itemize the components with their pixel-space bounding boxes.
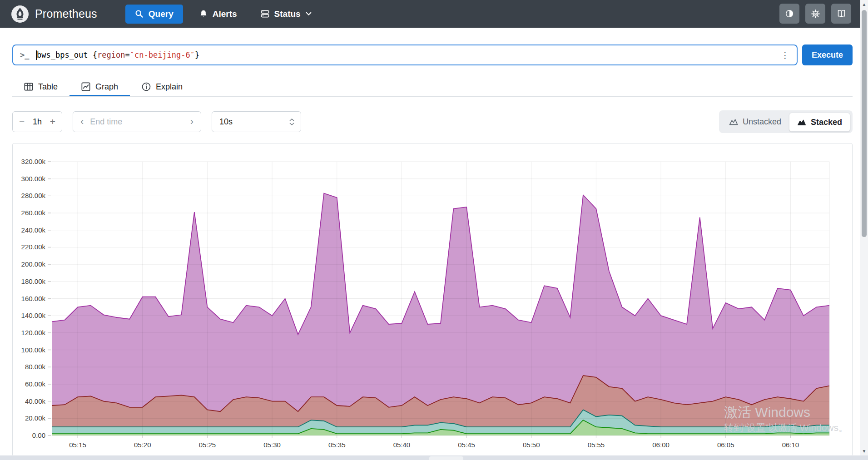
nav-alerts-link[interactable]: Alerts xyxy=(199,9,237,19)
svg-text:60.00k: 60.00k xyxy=(25,380,46,388)
nav-alerts-label: Alerts xyxy=(213,9,237,19)
stacked-button[interactable]: Stacked xyxy=(789,113,850,132)
brand-title: Prometheus xyxy=(35,7,97,20)
range-selector: − 1h + xyxy=(12,111,62,132)
stacked-chart-icon xyxy=(797,119,806,126)
range-increase-button[interactable]: + xyxy=(50,116,55,127)
unstacked-label: Unstacked xyxy=(743,117,781,127)
svg-text:320.00k: 320.00k xyxy=(21,158,46,165)
scroll-down-icon[interactable]: ▼ xyxy=(860,449,868,454)
range-value[interactable]: 1h xyxy=(33,117,42,127)
graph-icon xyxy=(81,82,90,91)
stepper-up-icon xyxy=(289,119,294,121)
svg-text:300.00k: 300.00k xyxy=(21,175,46,183)
tab-explain[interactable]: Explain xyxy=(130,77,194,96)
nav-query-button[interactable]: Query xyxy=(125,5,183,24)
theme-toggle-button[interactable] xyxy=(779,4,799,24)
prometheus-logo-icon xyxy=(11,5,29,23)
scroll-up-icon[interactable]: ▲ xyxy=(860,2,868,7)
nav-status-label: Status xyxy=(274,9,301,19)
settings-button[interactable] xyxy=(805,4,825,24)
svg-text:20.00k: 20.00k xyxy=(25,414,46,422)
promql-expression-text: bws_bps_out {region=″cn-beijing-6″} xyxy=(37,50,199,59)
time-forward-button[interactable]: › xyxy=(190,117,193,127)
svg-text:100.00k: 100.00k xyxy=(21,346,46,354)
tab-explain-label: Explain xyxy=(156,82,183,92)
taskbar-edge-highlight xyxy=(429,456,463,460)
svg-text:140.00k: 140.00k xyxy=(21,312,46,319)
info-circle-icon xyxy=(142,82,151,91)
resolution-value: 10s xyxy=(219,117,233,127)
scrollbar-thumb[interactable] xyxy=(862,10,867,237)
svg-text:160.00k: 160.00k xyxy=(21,295,46,302)
table-icon xyxy=(24,82,33,91)
svg-text:0.00: 0.00 xyxy=(32,431,45,439)
end-time-picker[interactable]: ‹ End time › xyxy=(73,111,201,132)
svg-text:05:25: 05:25 xyxy=(199,441,216,449)
svg-text:40.00k: 40.00k xyxy=(25,397,46,405)
navbar-right-actions xyxy=(779,4,851,24)
resolution-input[interactable]: 10s xyxy=(212,111,301,132)
svg-text:200.00k: 200.00k xyxy=(21,260,46,268)
docs-button[interactable] xyxy=(831,4,851,24)
svg-text:80.00k: 80.00k xyxy=(25,363,46,371)
svg-text:05:45: 05:45 xyxy=(458,441,475,449)
circle-half-icon xyxy=(784,9,794,19)
taskbar-edge xyxy=(0,455,868,460)
bell-icon xyxy=(199,10,208,18)
svg-text:05:20: 05:20 xyxy=(134,441,151,449)
chevron-down-icon xyxy=(306,12,312,16)
tab-graph-label: Graph xyxy=(95,82,118,92)
graph-panel: 0.0020.00k40.00k60.00k80.00k100.00k120.0… xyxy=(12,143,853,456)
stacked-label: Stacked xyxy=(811,118,842,127)
promql-expression-input[interactable]: >_ bws_bps_out {region=″cn-beijing-6″} ⋮ xyxy=(12,45,798,65)
unstacked-chart-icon xyxy=(729,118,738,126)
execute-button[interactable]: Execute xyxy=(802,45,853,65)
svg-text:06:05: 06:05 xyxy=(717,441,734,449)
svg-text:05:55: 05:55 xyxy=(588,441,605,449)
vertical-scrollbar[interactable]: ▲ ▼ xyxy=(860,0,868,455)
nav-status-dropdown[interactable]: Status xyxy=(261,9,312,19)
result-tabs: Table Graph Explain xyxy=(12,77,853,97)
tab-table-label: Table xyxy=(38,82,58,92)
unstacked-button[interactable]: Unstacked xyxy=(721,113,789,131)
svg-text:220.00k: 220.00k xyxy=(21,243,46,251)
query-row: >_ bws_bps_out {region=″cn-beijing-6″} ⋮… xyxy=(12,45,853,65)
svg-text:180.00k: 180.00k xyxy=(21,277,46,285)
svg-text:06:00: 06:00 xyxy=(652,441,670,449)
svg-text:05:15: 05:15 xyxy=(69,441,86,449)
time-back-button[interactable]: ‹ xyxy=(80,117,84,127)
svg-text:05:40: 05:40 xyxy=(393,441,411,449)
svg-text:260.00k: 260.00k xyxy=(21,209,46,217)
graph-controls: − 1h + ‹ End time › 10s Unstacked Stacke… xyxy=(12,110,853,133)
stepper-down-icon xyxy=(289,123,294,125)
range-decrease-button[interactable]: − xyxy=(19,116,25,127)
stacked-area-chart[interactable]: 0.0020.00k40.00k60.00k80.00k100.00k120.0… xyxy=(13,143,852,456)
nav-query-label: Query xyxy=(149,9,174,19)
navbar: Prometheus Query Alerts Status xyxy=(0,0,868,28)
tab-table[interactable]: Table xyxy=(12,77,69,96)
svg-text:280.00k: 280.00k xyxy=(21,192,46,199)
book-icon xyxy=(836,9,847,19)
svg-text:240.00k: 240.00k xyxy=(21,226,46,234)
prompt-icon: >_ xyxy=(20,50,29,59)
svg-text:06:10: 06:10 xyxy=(782,441,799,449)
gear-icon xyxy=(810,9,821,19)
svg-text:05:35: 05:35 xyxy=(328,441,346,449)
svg-text:120.00k: 120.00k xyxy=(21,329,46,336)
server-stack-icon xyxy=(261,10,269,18)
tab-graph[interactable]: Graph xyxy=(69,77,130,96)
resolution-stepper[interactable] xyxy=(289,119,294,125)
query-options-kebab-icon[interactable]: ⋮ xyxy=(781,50,789,60)
stack-toggle-group: Unstacked Stacked xyxy=(719,110,853,133)
end-time-input[interactable]: End time xyxy=(90,117,190,127)
svg-text:05:50: 05:50 xyxy=(523,441,540,449)
svg-text:05:30: 05:30 xyxy=(263,441,281,449)
search-icon xyxy=(135,10,144,18)
